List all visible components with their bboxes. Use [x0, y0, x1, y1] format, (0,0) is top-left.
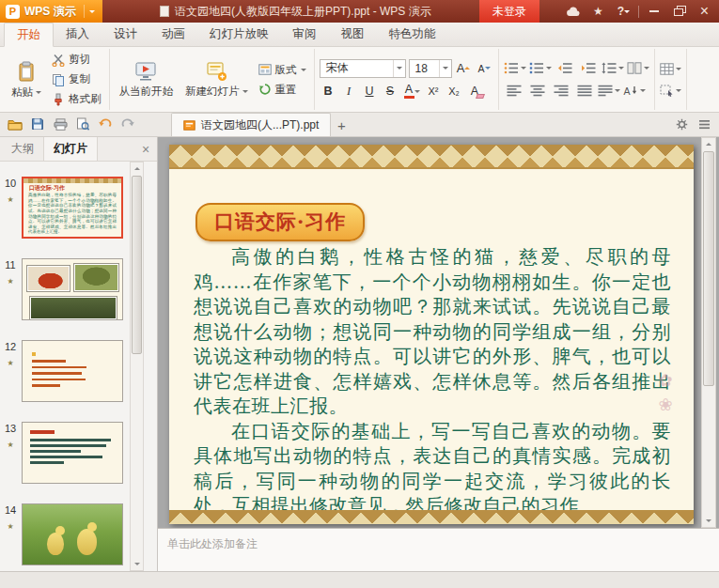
- paste-button[interactable]: 粘贴: [7, 51, 46, 109]
- layout-button[interactable]: 版式: [256, 62, 309, 78]
- slide-number: 12: [5, 341, 16, 352]
- font-name-select[interactable]: 宋体: [320, 59, 406, 78]
- status-bar: [0, 571, 719, 588]
- scrollbar-thumb[interactable]: [703, 151, 714, 386]
- scroll-down-arrow[interactable]: [131, 558, 143, 570]
- transition-star-icon: [7, 437, 13, 450]
- align-left-button[interactable]: [504, 82, 524, 100]
- redo-button[interactable]: [117, 113, 139, 135]
- align-right-button[interactable]: [551, 82, 571, 100]
- text-direction-button[interactable]: A: [623, 82, 646, 100]
- minimize-button[interactable]: [641, 0, 666, 23]
- numbered-list-button[interactable]: [529, 59, 552, 77]
- eraser-icon: [476, 94, 485, 99]
- brush-icon: [52, 93, 65, 106]
- close-button[interactable]: [692, 0, 717, 23]
- menu-button[interactable]: [693, 113, 715, 135]
- format-painter-label: 格式刷: [69, 92, 102, 106]
- outline-tab[interactable]: 大纲: [2, 137, 43, 161]
- thumbnail-list: 10 口语交际·习作 高傲的白鹅，性格古怪的猫，慈爱、尽职的母鸡……在作家笔下，…: [0, 162, 157, 571]
- justify-button[interactable]: [574, 82, 595, 100]
- scroll-up-arrow[interactable]: [702, 138, 715, 150]
- increase-font-button[interactable]: A: [455, 59, 473, 77]
- slide-canvas[interactable]: 口语交际·习作 高傲的白鹅，性格古怪的猫，慈爱、尽职的母鸡……在作家笔下，一个个…: [158, 137, 719, 528]
- main-scrollbar[interactable]: [701, 137, 716, 528]
- help-button[interactable]: [611, 0, 636, 23]
- open-file-button[interactable]: [4, 113, 26, 135]
- clear-format-button[interactable]: A: [466, 83, 484, 101]
- save-button[interactable]: [26, 113, 49, 135]
- scrollbar-track[interactable]: [702, 387, 715, 515]
- cloud-sync-button[interactable]: [560, 0, 586, 23]
- font-size-select[interactable]: 18: [409, 59, 452, 78]
- new-document-tab-button[interactable]: +: [331, 114, 352, 136]
- clipboard-icon: [16, 60, 37, 83]
- slide-number: 11: [5, 259, 15, 271]
- tab-animation[interactable]: 动画: [149, 23, 197, 46]
- superscript-button[interactable]: X²: [425, 83, 443, 101]
- wps-menu-button[interactable]: P WPS 演示: [0, 0, 102, 23]
- current-slide[interactable]: 口语交际·习作 高傲的白鹅，性格古怪的猫，慈爱、尽职的母鸡……在作家笔下，一个个…: [169, 145, 694, 524]
- settings-button[interactable]: [670, 113, 693, 135]
- tab-slideshow[interactable]: 幻灯片放映: [197, 23, 281, 46]
- save-icon: [31, 117, 44, 131]
- tab-design[interactable]: 设计: [102, 23, 149, 46]
- table-style-button[interactable]: [660, 60, 681, 78]
- thumbnail-scrollbar[interactable]: [130, 162, 144, 571]
- close-panel-button[interactable]: [134, 137, 157, 161]
- duckling: [47, 533, 64, 555]
- reset-icon: [258, 83, 272, 96]
- decrease-font-button[interactable]: A: [476, 59, 493, 77]
- tab-special-features[interactable]: 特色功能: [377, 23, 448, 46]
- new-slide-button[interactable]: 新建幻灯片: [180, 51, 253, 109]
- restore-button[interactable]: [666, 0, 692, 23]
- folder-icon: [8, 118, 23, 131]
- subscript-button[interactable]: X₂: [445, 83, 463, 101]
- play-slideshow-icon: [134, 60, 157, 82]
- thumbnail-preview: [22, 503, 123, 565]
- scrollbar-track[interactable]: [131, 355, 143, 558]
- align-center-button[interactable]: [527, 82, 548, 100]
- notes-area[interactable]: 单击此处添加备注: [158, 528, 719, 571]
- distribute-button[interactable]: [598, 82, 620, 100]
- tab-review[interactable]: 审阅: [281, 23, 329, 46]
- scroll-up-arrow[interactable]: [131, 162, 143, 175]
- columns-button[interactable]: [627, 59, 649, 77]
- play-from-current-button[interactable]: 从当前开始: [115, 51, 179, 109]
- font-color-label: A: [405, 84, 413, 96]
- decrease-indent-button[interactable]: [555, 59, 575, 77]
- increase-indent-button[interactable]: [578, 59, 599, 77]
- undo-button[interactable]: [94, 113, 117, 135]
- copy-button[interactable]: 复制: [49, 71, 104, 87]
- print-button[interactable]: [49, 113, 71, 135]
- paragraph-1[interactable]: 高傲的白鹅，性格古怪的猫，慈爱、尽职的母鸡……在作家笔下，一个个小动物栩栩如生。…: [194, 244, 671, 419]
- underline-button[interactable]: U: [361, 83, 379, 101]
- tab-insert[interactable]: 插入: [54, 23, 102, 46]
- paragraph-2[interactable]: 在口语交际的基础上，写一写自己喜欢的动物。要具体地写出动物的特点，表达自己的真情…: [194, 419, 671, 518]
- print-preview-button[interactable]: [71, 113, 94, 135]
- bullet-list-button[interactable]: [504, 59, 526, 77]
- strikethrough-button[interactable]: S: [382, 83, 399, 101]
- slides-tab[interactable]: 幻灯片: [43, 137, 98, 161]
- cut-button[interactable]: 剪切: [49, 52, 104, 68]
- line-spacing-button[interactable]: [602, 59, 624, 77]
- slide-body-text[interactable]: 高傲的白鹅，性格古怪的猫，慈爱、尽职的母鸡……在作家笔下，一个个小动物栩栩如生。…: [194, 244, 671, 518]
- document-tab[interactable]: 语文园地四(人...PT).ppt: [171, 113, 331, 136]
- chevron-down-icon: [521, 67, 526, 72]
- window-controls: [560, 0, 717, 23]
- font-color-button[interactable]: A: [402, 83, 422, 101]
- login-button[interactable]: 未登录: [479, 0, 539, 23]
- ducklings-photo: [23, 504, 122, 565]
- slide-title-badge[interactable]: 口语交际·习作: [195, 203, 365, 241]
- format-painter-button[interactable]: 格式刷: [49, 91, 104, 107]
- reset-button[interactable]: 重置: [256, 82, 309, 98]
- tab-view[interactable]: 视图: [329, 23, 377, 46]
- scrollbar-thumb[interactable]: [132, 176, 142, 354]
- divider: [84, 5, 85, 18]
- select-objects-button[interactable]: [660, 82, 681, 100]
- bold-button[interactable]: B: [320, 83, 337, 101]
- favorites-star-button[interactable]: [586, 0, 611, 23]
- scroll-down-arrow[interactable]: [702, 515, 715, 527]
- tab-home[interactable]: 开始: [4, 23, 54, 47]
- italic-button[interactable]: I: [340, 83, 358, 101]
